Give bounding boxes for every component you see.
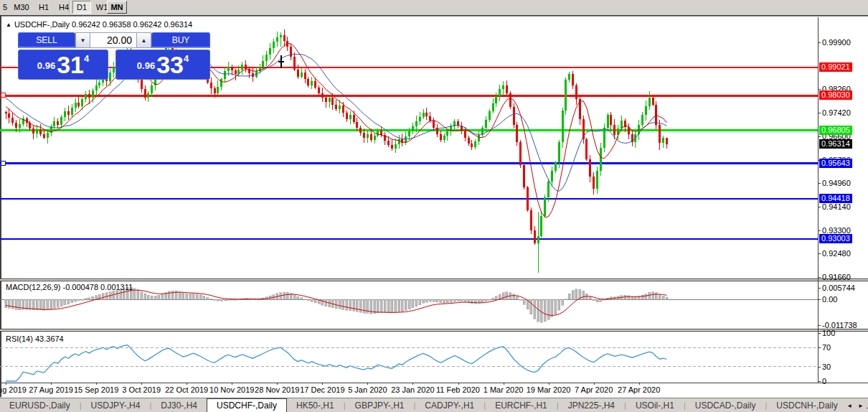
line-anchor-handle[interactable] <box>1 161 6 165</box>
candle-body <box>610 115 612 125</box>
macd-histogram-bar <box>359 299 362 312</box>
line-anchor-handle[interactable] <box>1 93 6 98</box>
spin-up-icon: ▲ <box>141 37 147 44</box>
ask-figure: 0.96 <box>137 55 155 77</box>
macd-histogram-bar <box>196 294 198 300</box>
chart-tab-usdcnh-daily[interactable]: USDCNH-,Daily <box>767 398 846 412</box>
time-axis-tick <box>6 383 6 385</box>
candle-body <box>356 122 358 128</box>
candle-body <box>377 131 379 136</box>
candle-body <box>98 83 100 86</box>
candle-body <box>335 105 337 110</box>
bid-price-display[interactable]: 0.96 31 4 <box>18 50 108 80</box>
macd-histogram-bar <box>210 299 212 299</box>
price-axis-tick <box>818 136 821 137</box>
collapse-triangle-icon[interactable]: ▲ <box>6 22 11 28</box>
price-axis-tick <box>818 277 821 278</box>
chart-tab-jpn225-h4[interactable]: JPN225-,H4 <box>559 398 624 412</box>
chart-tab-gbpjpy-h1[interactable]: GBPJPY-,H1 <box>346 398 414 412</box>
candle-body <box>596 171 598 189</box>
volume-input[interactable] <box>90 32 136 48</box>
macd-histogram-bar <box>398 299 400 312</box>
price-axis-tick <box>818 230 821 231</box>
chart-tab-usdjpy-h4[interactable]: USDJPY-,H4 <box>82 398 150 412</box>
macd-histogram-bar <box>374 299 376 314</box>
tab-scroll-next-icon[interactable]: ► <box>858 403 864 409</box>
one-click-trading-panel: SELL ▼ ▲ BUY 0.96 31 4 0.96 33 4 <box>18 32 210 80</box>
volume-increase-button[interactable]: ▲ <box>136 32 151 48</box>
chart-tab-eurusd-daily[interactable]: EURUSD-,Daily <box>0 398 80 412</box>
macd-histogram-bar <box>116 291 118 300</box>
macd-histogram-bar <box>335 299 337 309</box>
sell-button[interactable]: SELL <box>18 32 75 48</box>
buy-button[interactable]: BUY <box>151 32 210 48</box>
timeframe-button-5[interactable]: 5 <box>1 1 9 14</box>
candle-body <box>141 80 143 90</box>
tab-scroll-prev-icon[interactable]: ◄ <box>846 403 852 409</box>
time-axis-label: 10 Nov 2019 <box>207 385 257 394</box>
candle-body <box>509 93 511 107</box>
candle-body <box>53 121 55 126</box>
candle-body <box>273 42 275 48</box>
macd-histogram-bar <box>415 299 418 306</box>
time-axis-tick <box>412 383 413 385</box>
time-axis-label: 17 Dec 2019 <box>297 385 347 394</box>
macd-histogram-bar <box>547 299 549 319</box>
timeframe-button-m30[interactable]: M30 <box>11 1 32 14</box>
chart-tab-usoil-h1[interactable]: USOil-,H1 <box>626 398 684 412</box>
macd-histogram-bar <box>492 298 494 299</box>
candle-body <box>506 85 508 93</box>
candle-body <box>370 134 372 140</box>
macd-histogram-bar <box>551 299 553 317</box>
macd-histogram-bar <box>516 296 518 299</box>
macd-histogram-bar <box>655 293 657 299</box>
candle-body <box>519 142 522 165</box>
chart-tab-cadjpy-h1[interactable]: CADJPY-,H1 <box>415 398 483 412</box>
macd-histogram-bar <box>523 299 525 304</box>
candle-body <box>666 138 668 144</box>
level-price-label: 0.95643 <box>819 159 852 168</box>
time-axis-tick <box>141 383 142 385</box>
candle-body <box>47 133 49 138</box>
timeframe-toolbar: 5M30H1H4D1W1MN <box>0 0 868 15</box>
candle-body <box>276 37 278 42</box>
candle-body <box>464 131 466 138</box>
time-axis-tick <box>232 383 232 385</box>
macd-histogram-bar <box>464 299 466 301</box>
chart-tab-eurchf-h1[interactable]: EURCHF-,H1 <box>486 398 557 412</box>
candle-body <box>269 48 271 55</box>
timeframe-button-mn[interactable]: MN <box>107 1 127 14</box>
timeframe-button-h1[interactable]: H1 <box>35 1 52 14</box>
candle-body <box>11 118 14 123</box>
macd-histogram-bar <box>395 299 397 312</box>
candle-body <box>71 108 73 115</box>
ask-price-display[interactable]: 0.96 33 4 <box>115 50 210 80</box>
rsi-axis-label: 100 <box>822 329 835 337</box>
rsi-axis-label: 70 <box>822 343 831 352</box>
chart-tab-usdchf-daily[interactable]: USDCHF-,Daily <box>207 398 287 412</box>
chart-title-ohlc: 0.96242 0.96358 0.96242 0.96314 <box>72 20 192 29</box>
macd-histogram-bar <box>207 297 209 299</box>
rsi-indicator-canvas[interactable] <box>0 332 818 383</box>
macd-histogram-bar <box>92 296 94 299</box>
macd-histogram-bar <box>423 299 425 303</box>
chart-tab-usdcad-daily[interactable]: USDCAD-,Daily <box>686 398 765 412</box>
macd-histogram-bar <box>562 299 564 305</box>
macd-histogram-bar <box>75 299 77 301</box>
chart-title-symbol: USDCHF-,Daily <box>14 20 70 29</box>
chart-tab-bar: EURUSD-,Daily|USDJPY-,H4|DJ30-,H4USDCHF-… <box>0 398 868 412</box>
macd-histogram-bar <box>575 289 577 300</box>
candle-body <box>19 124 21 128</box>
chart-tab-hk50-h1[interactable]: HK50-,H1 <box>287 398 344 412</box>
macd-histogram-bar <box>158 295 160 299</box>
macd-histogram-bar <box>659 295 661 300</box>
candle-body <box>478 135 480 141</box>
macd-histogram-bar <box>443 299 445 303</box>
timeframe-button-d1[interactable]: D1 <box>72 1 91 14</box>
macd-histogram-bar <box>436 299 438 302</box>
macd-histogram-bar <box>558 299 560 310</box>
chart-tab-dj30-h4[interactable]: DJ30-,H4 <box>151 398 207 412</box>
candle-body <box>457 121 459 126</box>
time-axis-label: 15 Sep 2019 <box>71 385 121 394</box>
candle-body <box>547 182 549 197</box>
